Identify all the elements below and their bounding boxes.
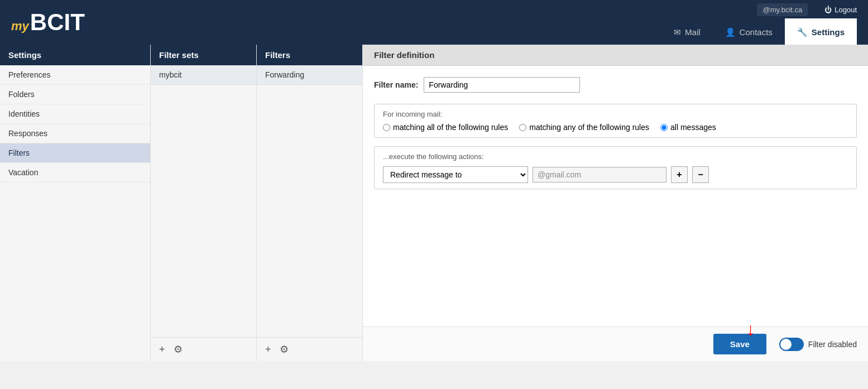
tab-settings[interactable]: 🔧 Settings	[785, 18, 857, 46]
filter-name-row: Filter name:	[374, 77, 857, 93]
user-email: @my.bcit.ca	[757, 3, 808, 16]
sidebar-item-vacation[interactable]: Vacation	[0, 163, 150, 183]
sidebar-heading: Settings	[0, 45, 150, 65]
filter-forwarding[interactable]: Forwarding	[257, 65, 362, 85]
filters-footer: + ⚙	[257, 337, 362, 361]
radio-match-all[interactable]: matching all of the following rules	[383, 123, 508, 132]
tab-mail[interactable]: ✉ Mail	[661, 18, 713, 46]
sidebar-item-preferences[interactable]: Preferences	[0, 65, 150, 85]
radio-match-all-input[interactable]	[383, 124, 390, 131]
action-email-input[interactable]	[533, 167, 666, 183]
radio-match-any-input[interactable]	[519, 124, 526, 131]
actions-group: ...execute the following actions: Redire…	[374, 146, 857, 189]
filter-settings-button[interactable]: ⚙	[280, 343, 289, 356]
logo-my: my	[11, 19, 29, 33]
filter-def-footer: Save ↓ Filter disabled	[363, 326, 868, 361]
filters-panel: Filters Forwarding + ⚙	[257, 45, 363, 361]
toggle-knob	[780, 339, 792, 350]
action-add-button[interactable]: +	[671, 166, 688, 183]
filter-add-button[interactable]: +	[265, 344, 271, 356]
filter-name-input[interactable]	[424, 77, 580, 93]
filter-sets-panel: Filter sets mybcit + ⚙	[151, 45, 257, 361]
filter-sets-empty	[151, 85, 256, 337]
radio-match-any[interactable]: matching any of the following rules	[519, 123, 649, 132]
main-content: Settings Preferences Folders Identities …	[0, 45, 868, 361]
incoming-legend: For incoming mail:	[383, 110, 848, 118]
top-bar: my BCIT @my.bcit.ca ⏻ Logout ✉ Mail 👤 Co…	[0, 0, 868, 45]
action-select[interactable]: Redirect message to Move to folder Copy …	[383, 166, 528, 183]
sidebar: Settings Preferences Folders Identities …	[0, 45, 151, 361]
settings-icon: 🔧	[797, 27, 808, 37]
filter-set-settings-button[interactable]: ⚙	[174, 343, 183, 356]
radio-all-messages-input[interactable]	[660, 124, 668, 131]
filter-def-body: Filter name: For incoming mail: matching…	[363, 66, 868, 326]
filter-sets-heading: Filter sets	[151, 45, 256, 65]
contacts-icon: 👤	[725, 27, 736, 37]
filter-def-heading: Filter definition	[363, 45, 868, 66]
incoming-mail-group: For incoming mail: matching all of the f…	[374, 104, 857, 138]
tab-contacts[interactable]: 👤 Contacts	[713, 18, 785, 46]
toggle-wrap: ↓ Filter disabled	[775, 338, 857, 351]
sidebar-item-folders[interactable]: Folders	[0, 85, 150, 104]
filter-set-mybcit[interactable]: mybcit	[151, 65, 256, 85]
radio-row: matching all of the following rules matc…	[383, 123, 848, 132]
filter-disabled-label: Filter disabled	[808, 340, 857, 349]
filter-definition: Filter definition Filter name: For incom…	[363, 45, 868, 361]
red-arrow-icon: ↓	[746, 319, 755, 340]
mail-icon: ✉	[674, 27, 681, 37]
filter-set-add-button[interactable]: +	[159, 344, 165, 356]
radio-all-messages[interactable]: all messages	[660, 123, 716, 132]
nav-tabs: ✉ Mail 👤 Contacts 🔧 Settings	[661, 18, 857, 46]
filter-name-label: Filter name:	[374, 80, 418, 89]
power-icon: ⏻	[824, 6, 832, 14]
save-button[interactable]: Save	[713, 334, 766, 354]
logout-button[interactable]: ⏻ Logout	[824, 6, 857, 14]
actions-legend: ...execute the following actions:	[383, 152, 848, 161]
filters-empty	[257, 85, 362, 337]
filter-toggle[interactable]	[779, 338, 804, 351]
logo-bcit: BCIT	[30, 9, 85, 36]
sidebar-item-filters[interactable]: Filters	[0, 143, 150, 163]
logo: my BCIT	[11, 9, 85, 36]
filter-sets-footer: + ⚙	[151, 337, 256, 361]
filters-heading: Filters	[257, 45, 362, 65]
sidebar-item-responses[interactable]: Responses	[0, 124, 150, 143]
sidebar-item-identities[interactable]: Identities	[0, 104, 150, 124]
action-remove-button[interactable]: −	[692, 166, 709, 183]
action-row: Redirect message to Move to folder Copy …	[383, 166, 848, 183]
